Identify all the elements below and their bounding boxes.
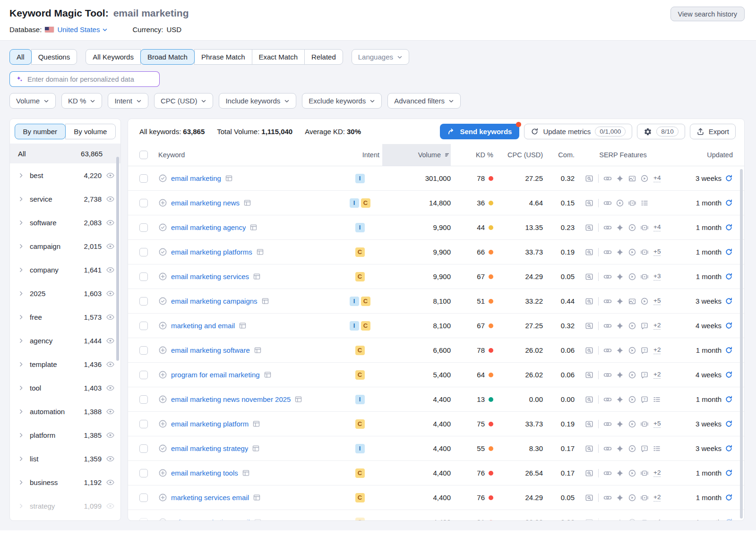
keyword-link[interactable]: email marketing news bbox=[171, 199, 240, 207]
carousel-icon[interactable] bbox=[640, 518, 649, 521]
eye-icon[interactable] bbox=[106, 265, 115, 274]
video-icon[interactable] bbox=[628, 322, 636, 330]
eye-icon[interactable] bbox=[106, 336, 115, 345]
sidebar-item-business[interactable]: business 1,192 bbox=[10, 470, 120, 494]
window-icon[interactable] bbox=[261, 297, 269, 305]
table-scrollbar[interactable] bbox=[740, 169, 743, 519]
serp-more-count[interactable]: +4 bbox=[653, 223, 661, 231]
video-icon[interactable] bbox=[628, 272, 636, 281]
filter-kd-[interactable]: KD % bbox=[61, 93, 102, 109]
column-serp-features[interactable]: SERP Features bbox=[575, 151, 671, 159]
row-checkbox[interactable] bbox=[139, 322, 148, 330]
window-icon[interactable] bbox=[252, 420, 260, 428]
serp-preview-icon[interactable] bbox=[585, 469, 593, 477]
plus-circle-icon[interactable] bbox=[158, 346, 167, 355]
tab-related[interactable]: Related bbox=[304, 49, 343, 65]
filter-cpc-usd-[interactable]: CPC (USD) bbox=[154, 93, 214, 109]
sidebar-item-campaign[interactable]: campaign 2,015 bbox=[10, 234, 120, 258]
serp-more-count[interactable]: +4 bbox=[653, 518, 661, 521]
video-icon[interactable] bbox=[628, 346, 636, 355]
column-cpc[interactable]: CPC (USD) bbox=[493, 151, 543, 159]
refresh-icon[interactable] bbox=[725, 223, 733, 231]
row-checkbox[interactable] bbox=[139, 420, 148, 428]
serp-preview-icon[interactable] bbox=[585, 395, 593, 404]
eye-icon[interactable] bbox=[106, 502, 115, 510]
link-icon[interactable] bbox=[603, 493, 612, 502]
sidebar-item-free[interactable]: free 1,573 bbox=[10, 305, 120, 329]
plus-circle-icon[interactable] bbox=[158, 468, 167, 477]
sidebar-item-software[interactable]: software 2,083 bbox=[10, 211, 120, 234]
ads-icon[interactable] bbox=[616, 493, 624, 502]
column-com[interactable]: Com. bbox=[543, 151, 575, 159]
plus-circle-icon[interactable] bbox=[158, 419, 167, 428]
ads-icon[interactable] bbox=[616, 444, 624, 453]
faq-icon[interactable]: ? bbox=[640, 346, 649, 355]
window-icon[interactable] bbox=[252, 444, 260, 452]
database-selector[interactable]: United States bbox=[57, 26, 108, 34]
link-icon[interactable] bbox=[603, 223, 612, 232]
eye-icon[interactable] bbox=[106, 360, 115, 369]
refresh-icon[interactable] bbox=[725, 395, 733, 403]
check-circle-icon[interactable] bbox=[158, 444, 167, 453]
column-keyword[interactable]: Keyword bbox=[158, 151, 337, 159]
window-icon[interactable] bbox=[243, 199, 251, 207]
link-icon[interactable] bbox=[603, 420, 612, 428]
tab-exact-match[interactable]: Exact Match bbox=[252, 49, 305, 65]
sidebar-item-2025[interactable]: 2025 1,603 bbox=[10, 281, 120, 305]
ads-icon[interactable] bbox=[616, 174, 624, 183]
video-icon[interactable] bbox=[628, 518, 636, 521]
video-icon[interactable] bbox=[628, 371, 636, 379]
row-checkbox[interactable] bbox=[139, 493, 148, 502]
keyword-link[interactable]: email marketing bbox=[171, 174, 221, 182]
serp-more-count[interactable]: +4 bbox=[653, 174, 661, 182]
keyword-link[interactable]: marketing and email bbox=[171, 322, 235, 330]
refresh-icon[interactable] bbox=[725, 322, 733, 330]
window-icon[interactable] bbox=[242, 469, 250, 477]
serp-preview-icon[interactable] bbox=[585, 297, 593, 306]
video-icon[interactable] bbox=[628, 493, 636, 502]
filter-volume[interactable]: Volume bbox=[9, 93, 56, 109]
row-checkbox[interactable] bbox=[139, 518, 148, 521]
keyword-link[interactable]: program for email marketing bbox=[171, 371, 260, 379]
row-checkbox[interactable] bbox=[139, 469, 148, 477]
row-checkbox[interactable] bbox=[139, 395, 148, 404]
sidebar-item-automation[interactable]: automation 1,388 bbox=[10, 400, 120, 423]
row-checkbox[interactable] bbox=[139, 174, 148, 183]
filter-exclude-keywords[interactable]: Exclude keywords bbox=[302, 93, 382, 109]
column-updated[interactable]: Updated bbox=[671, 151, 733, 159]
serp-preview-icon[interactable] bbox=[585, 346, 593, 355]
window-icon[interactable] bbox=[256, 248, 264, 256]
link-icon[interactable] bbox=[603, 469, 612, 477]
link-icon[interactable] bbox=[603, 174, 612, 183]
refresh-icon[interactable] bbox=[725, 420, 733, 428]
column-kd[interactable]: KD % bbox=[451, 151, 493, 159]
ads-icon[interactable] bbox=[616, 518, 624, 521]
serp-preview-icon[interactable] bbox=[585, 518, 593, 521]
plus-circle-icon[interactable] bbox=[158, 518, 167, 521]
ads-icon[interactable] bbox=[616, 420, 624, 428]
keyword-link[interactable]: email marketing agency bbox=[171, 223, 246, 231]
serp-preview-icon[interactable] bbox=[585, 223, 593, 232]
list-icon[interactable] bbox=[653, 444, 661, 453]
video-icon[interactable] bbox=[628, 469, 636, 477]
carousel-icon[interactable] bbox=[640, 223, 649, 232]
carousel-icon[interactable] bbox=[640, 272, 649, 281]
tab-all-keywords[interactable]: All Keywords bbox=[86, 49, 141, 65]
check-circle-icon[interactable] bbox=[158, 247, 167, 256]
faq-icon[interactable]: ? bbox=[640, 395, 649, 404]
row-checkbox[interactable] bbox=[139, 297, 148, 306]
tab-broad-match[interactable]: Broad Match bbox=[140, 49, 195, 65]
tab-phrase-match[interactable]: Phrase Match bbox=[194, 49, 252, 65]
serp-preview-icon[interactable] bbox=[585, 322, 593, 330]
link-icon[interactable] bbox=[603, 199, 612, 207]
faq-icon[interactable]: ? bbox=[640, 444, 649, 453]
sidebar-toggle-by-number[interactable]: By number bbox=[15, 124, 66, 139]
ads-icon[interactable] bbox=[616, 371, 624, 379]
serp-more-count[interactable]: +5 bbox=[653, 248, 661, 256]
keyword-link[interactable]: email marketing software bbox=[171, 346, 250, 354]
window-icon[interactable] bbox=[264, 371, 272, 379]
serp-more-count[interactable]: +2 bbox=[653, 371, 661, 379]
refresh-icon[interactable] bbox=[725, 248, 733, 256]
eye-icon[interactable] bbox=[106, 242, 115, 251]
column-volume[interactable]: Volume bbox=[382, 144, 451, 166]
